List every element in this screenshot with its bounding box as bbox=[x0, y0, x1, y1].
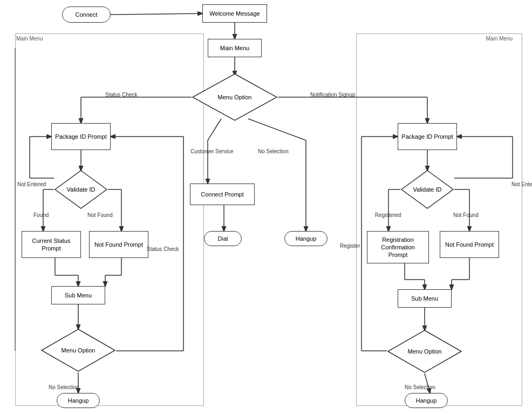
registered-label: Registered bbox=[375, 212, 401, 218]
svg-line-5 bbox=[208, 119, 221, 140]
validate-id-diamond-right: Validate ID bbox=[400, 169, 454, 209]
svg-line-7 bbox=[248, 119, 306, 140]
no-selection-right-label: No Selection bbox=[405, 384, 435, 390]
menu-option-diamond-left: Menu Option bbox=[40, 328, 116, 372]
not-found-right-label: Not Found bbox=[453, 212, 479, 218]
main-menu-node: Main Menu bbox=[208, 39, 262, 57]
not-found-left-label: Not Found bbox=[87, 212, 113, 218]
no-selection-left-label: No Selection bbox=[49, 384, 79, 390]
flowchart-diagram: Main Menu Main Menu bbox=[0, 0, 532, 414]
welcome-message-node: Welcome Message bbox=[202, 4, 267, 23]
menu-option-diamond-top: Menu Option bbox=[192, 73, 278, 121]
connect-node: Connect bbox=[62, 6, 111, 23]
hangup-right-node: Hangup bbox=[405, 393, 448, 408]
status-check-label: Status Check bbox=[105, 92, 137, 98]
package-id-prompt-left: Package ID Prompt bbox=[51, 123, 111, 150]
customer-service-label: Customer Service bbox=[190, 148, 233, 154]
svg-line-0 bbox=[111, 13, 202, 15]
hangup-left-node: Hangup bbox=[57, 393, 100, 408]
found-left-label: Found bbox=[33, 212, 49, 218]
reg-confirm-node: Registration Confirmation Prompt bbox=[367, 231, 429, 263]
package-id-prompt-right: Package ID Prompt bbox=[398, 123, 457, 150]
not-found-prompt-right-node: Not Found Prompt bbox=[440, 231, 499, 258]
menu-option-diamond-right: Menu Option bbox=[387, 329, 462, 374]
status-check2-label: Status Check bbox=[147, 246, 179, 252]
connect-prompt-node: Connect Prompt bbox=[190, 184, 255, 205]
validate-id-diamond-left: Validate ID bbox=[54, 169, 108, 209]
no-selection-mid-label: No Selection bbox=[258, 148, 289, 154]
sub-menu-right-node: Sub Menu bbox=[398, 289, 452, 308]
not-entered-right-label: Not Entered bbox=[511, 181, 532, 187]
not-found-prompt-left-node: Not Found Prompt bbox=[89, 231, 148, 258]
current-status-prompt-node: Current Status Prompt bbox=[22, 231, 81, 258]
sub-menu-left-node: Sub Menu bbox=[51, 286, 105, 304]
register-label: Register bbox=[340, 243, 360, 249]
dial-node: Dial bbox=[204, 231, 242, 246]
notification-signup-label: Notification Signup bbox=[310, 92, 355, 98]
hangup-mid-node: Hangup bbox=[284, 231, 328, 246]
not-entered-left-label: Not Entered bbox=[17, 181, 46, 187]
